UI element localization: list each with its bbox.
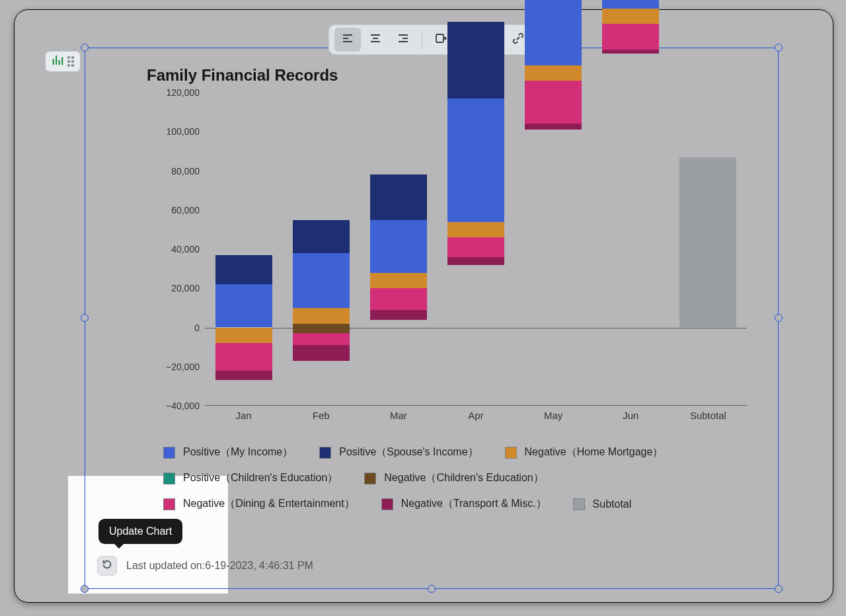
selection-handle-tr[interactable] — [775, 44, 783, 52]
y-tick-label: −20,000 — [151, 362, 200, 372]
chart-type-badge[interactable] — [45, 51, 81, 72]
legend-item[interactable]: Positive（Spouse's Income） — [319, 445, 478, 459]
x-tick-label: Apr — [443, 410, 509, 421]
bar-segment — [602, 50, 659, 54]
legend-item[interactable]: Positive（My Income） — [163, 445, 293, 459]
tooltip-label: Update Chart — [109, 525, 172, 537]
legend-label: Positive（Children's Education） — [183, 471, 338, 485]
x-tick-label: May — [520, 410, 586, 421]
y-tick-label: 0 — [151, 323, 200, 333]
legend-swatch — [163, 498, 175, 510]
bar-segment — [293, 308, 350, 324]
drag-grip-icon — [67, 56, 74, 67]
bar-segment — [370, 288, 427, 310]
legend-label: Negative（Children's Education） — [384, 471, 543, 485]
bar-segment — [370, 220, 427, 273]
update-chart-tooltip: Update Chart — [98, 519, 182, 544]
bar-segment — [215, 371, 272, 381]
last-updated-label: Last updated on:6-19-2023, 4:46:31 PM — [126, 560, 313, 572]
selection-handle-tl[interactable] — [81, 44, 89, 52]
bar-segment — [602, 9, 659, 24]
legend-swatch — [364, 473, 376, 484]
bar-chart-icon — [52, 54, 63, 69]
bar-segment — [215, 255, 272, 284]
legend-item[interactable]: Subtotal — [573, 497, 632, 511]
legend-swatch — [505, 447, 517, 459]
bar-segment — [447, 22, 504, 98]
bar-segment — [447, 222, 504, 238]
selection-handle-br[interactable] — [775, 585, 783, 593]
x-tick-label: Feb — [288, 410, 354, 421]
selection-handle-bl[interactable] — [81, 585, 89, 593]
y-tick-label: 100,000 — [151, 126, 200, 137]
legend-item[interactable]: Negative（Children's Education） — [364, 471, 543, 485]
bar-segment — [525, 0, 582, 65]
bar-segment — [447, 237, 504, 257]
y-tick-label: 20,000 — [151, 283, 200, 293]
align-right-button[interactable] — [390, 28, 416, 52]
bar-column — [602, 93, 659, 406]
align-left-button[interactable] — [334, 28, 361, 52]
chart-container[interactable]: Family Financial Records −40,000−20,0000… — [147, 66, 755, 403]
svg-rect-0 — [436, 34, 443, 42]
app-window: Family Financial Records −40,000−20,0000… — [14, 9, 833, 603]
bar-column — [370, 93, 427, 406]
legend-label: Negative（Home Mortgage） — [525, 445, 664, 459]
refresh-icon — [101, 558, 113, 573]
legend-label: Positive（Spouse's Income） — [339, 445, 478, 459]
legend-swatch — [381, 498, 393, 510]
legend-label: Subtotal — [593, 498, 632, 510]
refresh-chart-button[interactable] — [97, 556, 117, 576]
selection-handle-mb[interactable] — [428, 585, 436, 593]
y-tick-label: 40,000 — [151, 244, 200, 254]
chart-footer: Last updated on:6-19-2023, 4:46:31 PM — [97, 556, 313, 576]
bar-segment — [215, 343, 272, 370]
x-tick-label: Subtotal — [675, 410, 741, 421]
legend-label: Negative（Dining & Entertainment） — [183, 497, 355, 511]
legend-item[interactable]: Negative（Dining & Entertainment） — [163, 497, 355, 511]
link-icon — [512, 32, 525, 48]
selection-handle-mr[interactable] — [775, 314, 783, 322]
bar-segment — [525, 81, 582, 124]
align-center-icon — [369, 32, 382, 48]
y-tick-label: −40,000 — [151, 401, 200, 411]
bar-segment-subtotal — [679, 157, 736, 328]
legend-item[interactable]: Positive（Children's Education） — [163, 471, 338, 485]
align-right-icon — [397, 32, 410, 48]
legend-item[interactable]: Negative（Home Mortgage） — [505, 445, 664, 459]
chart-plot: −40,000−20,000020,00040,00060,00080,0001… — [205, 93, 747, 406]
legend-label: Positive（My Income） — [183, 445, 293, 459]
bar-column — [679, 93, 736, 406]
bar-column — [525, 93, 582, 406]
legend-swatch — [573, 498, 585, 510]
x-tick-label: Jan — [211, 410, 277, 421]
bar-column — [215, 93, 272, 406]
bar-segment — [447, 98, 504, 222]
x-tick-label: Jun — [597, 410, 664, 421]
legend-label: Negative（Transport & Misc.） — [401, 497, 547, 511]
legend-item[interactable]: Negative（Transport & Misc.） — [381, 497, 547, 511]
legend-swatch — [163, 447, 175, 459]
align-left-icon — [341, 32, 354, 48]
x-tick-label: Mar — [365, 410, 432, 421]
bar-segment — [602, 0, 659, 9]
bar-segment — [293, 333, 350, 345]
bar-segment — [370, 273, 427, 289]
selection-handle-ml[interactable] — [81, 314, 89, 322]
bar-segment — [370, 174, 427, 219]
bar-segment — [215, 284, 272, 327]
bar-segment — [370, 310, 427, 320]
bar-segment — [293, 324, 350, 334]
toolbar-separator — [422, 30, 422, 49]
bar-segment — [525, 65, 582, 81]
legend-swatch — [319, 447, 331, 459]
bar-segment — [293, 253, 350, 308]
bar-segment — [525, 124, 582, 130]
bar-segment — [215, 328, 272, 344]
y-tick-label: 120,000 — [151, 87, 200, 98]
bar-segment — [602, 24, 659, 50]
legend-swatch — [163, 473, 175, 484]
align-center-button[interactable] — [362, 28, 389, 52]
bar-segment — [447, 257, 504, 265]
y-tick-label: 80,000 — [151, 166, 200, 176]
